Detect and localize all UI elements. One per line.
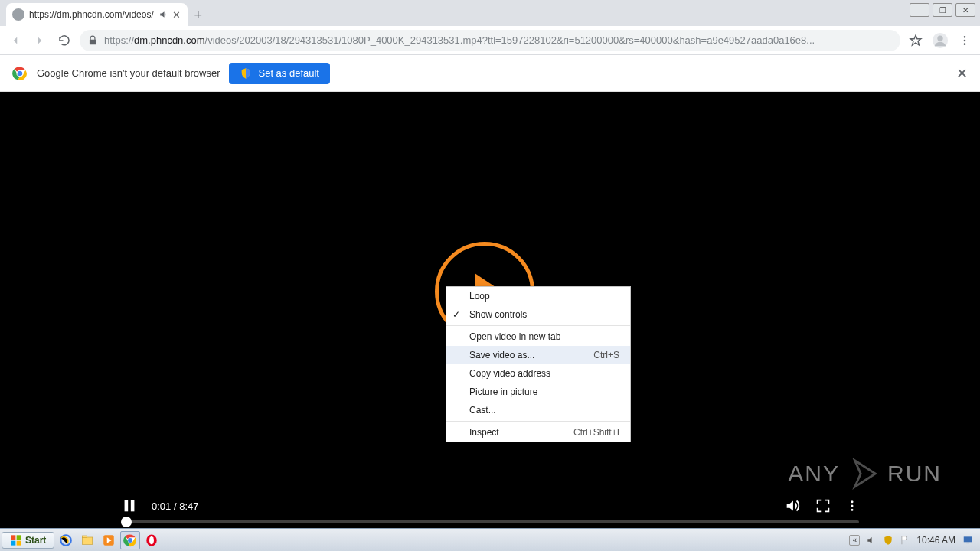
chrome-menu-button[interactable] (956, 31, 974, 50)
default-browser-infobar: Google Chrome isn't your default browser… (0, 55, 980, 92)
svg-rect-17 (17, 540, 21, 545)
globe-icon (12, 8, 24, 21)
system-tray: « 10:46 AM (849, 535, 978, 546)
ctx-label: Cast... (469, 405, 496, 416)
taskbar-explorer-icon[interactable] (77, 531, 97, 549)
bookmark-star-icon[interactable] (906, 31, 925, 50)
reload-button[interactable] (55, 31, 74, 50)
taskbar-opera-icon[interactable] (142, 531, 162, 549)
taskbar-wmp-icon[interactable] (99, 531, 119, 549)
seek-bar[interactable] (121, 520, 859, 523)
fullscreen-icon[interactable] (815, 497, 831, 514)
svg-point-3 (964, 39, 966, 41)
svg-point-24 (128, 538, 132, 543)
start-button[interactable]: Start (2, 532, 54, 549)
watermark-left: ANY (788, 461, 840, 487)
ctx-label: Copy video address (469, 368, 550, 379)
svg-point-2 (964, 36, 966, 38)
new-tab-button[interactable]: + (188, 5, 209, 26)
svg-point-4 (964, 43, 966, 45)
svg-marker-8 (855, 461, 876, 487)
tray-monitor-icon[interactable] (962, 535, 974, 546)
ctx-cast[interactable]: Cast... (446, 401, 630, 419)
svg-point-26 (149, 536, 154, 544)
tray-expand-icon[interactable]: « (849, 535, 860, 546)
ctx-separator (446, 325, 630, 326)
ctx-inspect[interactable]: Inspect Ctrl+Shift+I (446, 423, 630, 442)
ctx-save-video-as[interactable]: Save video as... Ctrl+S (446, 346, 630, 364)
profile-avatar[interactable] (931, 31, 949, 50)
minimize-button[interactable]: — (910, 3, 929, 17)
watermark-right: RUN (887, 461, 942, 487)
svg-point-13 (851, 509, 854, 511)
windows-taskbar: Start « 10:46 AM (0, 528, 980, 551)
close-window-button[interactable]: ✕ (956, 3, 975, 17)
svg-rect-9 (125, 500, 129, 512)
time-display: 0:01 / 8:47 (152, 500, 198, 512)
close-tab-icon[interactable]: ✕ (172, 10, 181, 19)
ctx-pip[interactable]: Picture in picture (446, 383, 630, 401)
play-hex-icon (846, 456, 881, 491)
check-icon: ✓ (452, 309, 460, 320)
svg-rect-16 (11, 540, 15, 545)
svg-rect-14 (11, 535, 15, 540)
ctx-open-new-tab[interactable]: Open video in new tab (446, 328, 630, 346)
ctx-label: Loop (469, 291, 490, 302)
infobar-close-icon[interactable]: ✕ (956, 65, 968, 82)
set-default-label: Set as default (258, 67, 319, 79)
ctx-label: Inspect (469, 427, 499, 438)
shield-icon (240, 67, 252, 80)
svg-rect-19 (83, 537, 93, 544)
chrome-logo-icon (12, 66, 28, 81)
taskbar-chrome-icon[interactable] (120, 531, 140, 549)
windows-logo-icon (10, 534, 22, 546)
window-controls: — ❐ ✕ (910, 3, 975, 17)
video-controls: 0:01 / 8:47 (121, 491, 859, 523)
anyrun-watermark: ANY RUN (788, 456, 942, 491)
url-text: https://dm.phncdn.com/videos/202003/18/2… (104, 34, 815, 46)
svg-rect-15 (17, 535, 21, 540)
ctx-label: Save video as... (469, 350, 534, 360)
svg-rect-20 (83, 536, 87, 538)
tab-strip: https://dm.phncdn.com/videos/ ✕ + — ❐ ✕ (0, 0, 980, 26)
lock-icon (87, 35, 98, 46)
maximize-button[interactable]: ❐ (933, 3, 952, 17)
tray-clock[interactable]: 10:46 AM (916, 535, 956, 546)
ctx-show-controls[interactable]: ✓ Show controls (446, 305, 630, 324)
tray-shield-icon[interactable] (883, 535, 893, 546)
browser-tab[interactable]: https://dm.phncdn.com/videos/ ✕ (6, 3, 188, 26)
svg-point-12 (851, 505, 854, 507)
svg-rect-28 (966, 542, 969, 543)
browser-toolbar: https://dm.phncdn.com/videos/202003/18/2… (0, 26, 980, 55)
svg-rect-27 (964, 536, 972, 542)
ctx-shortcut: Ctrl+S (593, 350, 619, 360)
seek-thumb[interactable] (121, 517, 132, 527)
set-default-button[interactable]: Set as default (229, 63, 330, 84)
svg-point-1 (937, 35, 942, 41)
speaker-icon[interactable] (158, 10, 168, 19)
tray-volume-icon[interactable] (866, 535, 877, 546)
ctx-label: Picture in picture (469, 386, 537, 397)
taskbar-ie-icon[interactable] (56, 531, 76, 549)
tray-flag-icon[interactable] (900, 535, 910, 546)
address-bar[interactable]: https://dm.phncdn.com/videos/202003/18/2… (80, 30, 900, 51)
svg-point-6 (18, 70, 23, 76)
forward-button[interactable] (31, 31, 49, 50)
svg-point-11 (851, 500, 854, 503)
ctx-shortcut: Ctrl+Shift+I (573, 427, 619, 438)
video-player[interactable]: Loop ✓ Show controls Open video in new t… (0, 92, 980, 528)
start-label: Start (25, 535, 46, 546)
ctx-loop[interactable]: Loop (446, 287, 630, 305)
ctx-copy-address[interactable]: Copy video address (446, 364, 630, 383)
ctx-label: Show controls (469, 309, 527, 320)
back-button[interactable] (6, 31, 24, 50)
tab-title: https://dm.phncdn.com/videos/ (29, 9, 154, 20)
more-options-icon[interactable] (845, 497, 859, 514)
infobar-message: Google Chrome isn't your default browser (37, 67, 220, 79)
video-context-menu: Loop ✓ Show controls Open video in new t… (446, 286, 631, 442)
volume-icon[interactable] (784, 497, 801, 514)
ctx-separator (446, 421, 630, 422)
svg-rect-10 (131, 500, 135, 512)
pause-button[interactable] (121, 497, 138, 514)
ctx-label: Open video in new tab (469, 331, 560, 342)
